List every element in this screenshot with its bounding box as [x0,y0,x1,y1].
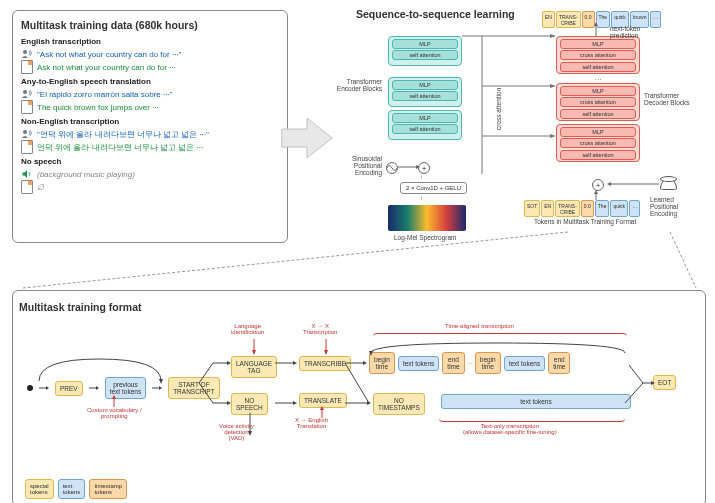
example-output: The quick brown fox jumps over ··· [37,103,159,112]
token: TRANS- CRIBE [556,11,581,28]
dec-mlp: MLP [560,39,636,49]
decoder-label: Transformer Decoder Blocks [644,92,694,106]
token: quick [610,200,628,217]
svg-marker-35 [112,395,116,399]
end-time: end time [442,352,464,374]
svg-marker-28 [367,401,371,405]
svg-point-0 [23,50,27,54]
format-arrows [199,357,369,415]
speak-icon [21,88,33,100]
svg-marker-26 [293,401,297,405]
dec-ca: cross attention [560,50,636,60]
dec-sa: self attention [560,150,636,160]
speak-icon [21,48,33,60]
text-tokens: text tokens [504,356,545,371]
svg-marker-12 [594,22,598,26]
ann-text-only: Text-only transcription (allows dataset-… [463,423,557,435]
svg-line-15 [23,232,568,288]
svg-marker-41 [320,406,324,410]
enc-mlp: MLP [392,39,458,49]
svg-marker-24 [227,401,231,405]
ann-vad: Voice activity detection (VAD) [219,423,254,441]
page-icon [21,61,33,73]
page-icon [21,141,33,153]
text-tokens: text tokens [398,356,439,371]
legend-text: text tokens [58,479,86,499]
brace-text-only [439,417,625,422]
multitask-panel: Multitask training data (680k hours) Eng… [12,10,288,243]
example-output: 언덕 위에 올라 내려다보면 너무나 넓고 넓은 ··· [37,142,203,153]
svg-point-2 [23,130,27,134]
example-head: No speech [21,157,279,166]
enc-sa: self attention [392,50,458,60]
next-token-label: next-token prediction [610,25,670,39]
dec-sa: self attention [560,62,636,72]
token: TRANS- CRIBE [555,200,580,217]
ann-time-aligned: Time-aligned transcription [445,323,514,329]
example-output: ∅ [37,183,44,192]
enc-sa: self attention [392,124,458,134]
begin-time: begin time [369,352,395,374]
token: EN [541,200,554,217]
dec-mlp: MLP [560,127,636,137]
ann-xe: X → English Translation [295,417,328,429]
start-dot [27,385,33,391]
tokens-caption: Tokens in Multitask Training Format [534,218,636,225]
svg-marker-7 [607,182,611,186]
examples: English transcription"Ask not what your … [21,37,279,193]
token: SOT [524,200,540,217]
learned-pe-label: Learned Positional Encoding [650,196,704,217]
example-head: Any-to-English speech translation [21,77,279,86]
sine-icon [386,162,398,174]
legend-timestamp: timestamp tokens [89,479,127,499]
encoder-blocks: MLPself attention ⋮ MLPself attention ML… [388,36,462,140]
svg-marker-18 [46,386,49,390]
conv-box: 2 × Conv1D + GELU [400,182,467,194]
example-audio: (background music playing) [37,170,135,179]
svg-marker-8 [550,34,556,38]
big-arrow-icon [280,110,334,166]
time-aligned-row: begin time text tokens end time ··· begi… [369,352,570,374]
token: EN [542,11,555,28]
dec-sa: self attention [560,109,636,119]
format-title: Multitask training format [19,301,699,313]
decoder-blocks: MLPcross attentionself attention ⋮ MLPcr… [556,36,640,162]
example-audio: "El rápido zorro marrón salta sobre ···" [37,90,173,99]
example-output: Ask not what your country can do for ··· [37,63,176,72]
multitask-title: Multitask training data (680k hours) [21,19,279,31]
token: 0.0 [581,200,594,217]
dec-ca: cross attention [560,138,636,148]
begin-time: begin time [475,352,501,374]
example-head: English transcription [21,37,279,46]
ann-custom: Custom vocabulary / prompting [87,407,142,419]
format-panel: Multitask training format PREV previous … [12,290,706,503]
example-audio: "Ask not what your country can do for ··… [37,50,181,59]
svg-marker-37 [252,350,256,355]
page-icon [21,101,33,113]
text-tokens-only: text tokens [441,394,631,409]
svg-point-1 [23,90,27,94]
token: … [629,200,640,217]
plus-icon: + [418,162,430,174]
enc-mlp: MLP [392,80,458,90]
encoder-label: Transformer Encoder Blocks [332,78,382,92]
legend: special tokens text tokens timestamp tok… [25,479,127,499]
dec-mlp: MLP [560,86,636,96]
format-funnel [20,232,700,290]
ann-langid: Language identification [231,323,264,335]
example-audio: "언덕 위에 올라 내려다보면 너무나 넓고 넓은 ···" [37,129,209,140]
end-time: end time [548,352,570,374]
brace-time-aligned [373,333,627,338]
speak-icon [21,128,33,140]
seq-title: Sequence-to-sequence learning [356,8,515,20]
page-icon [21,181,33,193]
svg-marker-25 [293,361,297,365]
svg-marker-29 [651,381,655,385]
sound-icon [21,168,33,180]
svg-marker-27 [363,361,367,365]
svg-marker-14 [594,190,598,194]
no-timestamps: NO TIMESTAMPS [373,393,425,415]
example-head: Non-English transcription [21,117,279,126]
svg-marker-39 [324,350,328,355]
svg-marker-22 [159,386,162,390]
